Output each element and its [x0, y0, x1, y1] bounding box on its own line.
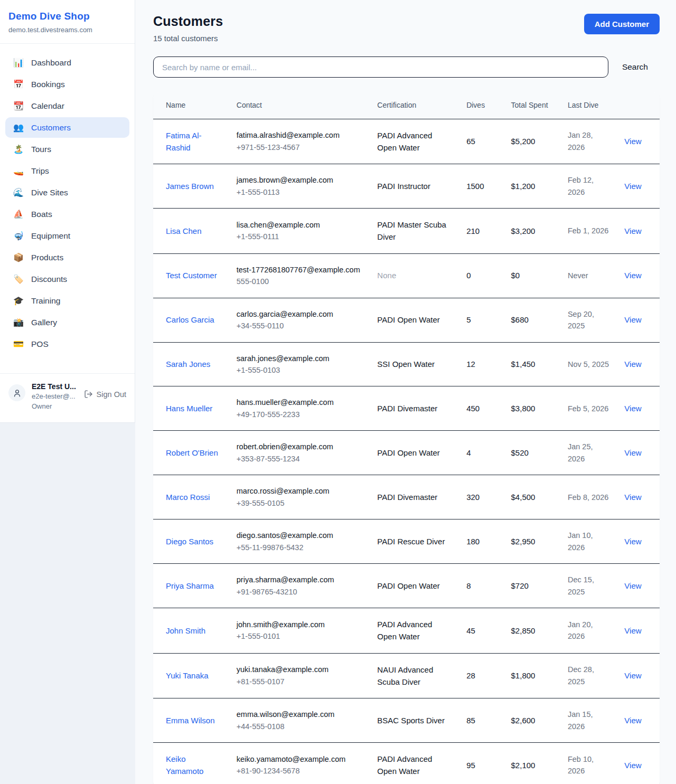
- customer-contact-cell: robert.obrien@example.com +353-87-555-12…: [230, 431, 371, 475]
- customer-name-link[interactable]: Keiko Yamamoto: [166, 754, 203, 776]
- customer-total-spent: $2,950: [505, 519, 561, 564]
- customer-email: marco.rossi@example.com: [237, 485, 365, 497]
- sidebar-item-label: Calendar: [31, 101, 64, 111]
- customer-dives: 45: [460, 608, 504, 654]
- table-row: Robert O'Brien robert.obrien@example.com…: [153, 431, 660, 475]
- customer-email: robert.obrien@example.com: [237, 441, 365, 452]
- customer-name-link[interactable]: Carlos Garcia: [166, 315, 214, 324]
- customer-dives: 85: [460, 698, 504, 743]
- customers-table: Name Contact Certification Dives Total S…: [153, 92, 660, 784]
- customer-email: emma.wilson@example.com: [237, 709, 365, 720]
- customer-name-link[interactable]: James Brown: [166, 182, 214, 191]
- view-link[interactable]: View: [624, 271, 641, 280]
- shop-title: Demo Dive Shop: [8, 11, 126, 22]
- customer-certification: PADI Divemaster: [371, 475, 460, 519]
- customer-email: diego.santos@example.com: [237, 530, 365, 541]
- view-link[interactable]: View: [624, 448, 641, 457]
- customer-phone: +39-555-0105: [237, 497, 365, 509]
- table-row: Carlos Garcia carlos.garcia@example.com …: [153, 298, 660, 342]
- view-link[interactable]: View: [624, 137, 641, 146]
- sidebar-item-label: Discounts: [31, 275, 67, 284]
- customer-contact-cell: keiko.yamamoto@example.com +81-90-1234-5…: [230, 743, 371, 784]
- view-link[interactable]: View: [624, 226, 641, 235]
- boats-icon: ⛵: [13, 209, 24, 219]
- customer-name-link[interactable]: Sarah Jones: [166, 360, 210, 369]
- customer-name-link[interactable]: John Smith: [166, 626, 205, 635]
- sidebar-item-products[interactable]: 📦 Products: [5, 247, 129, 268]
- sidebar-item-calendar[interactable]: 📆 Calendar: [5, 96, 129, 116]
- customer-name-link[interactable]: Hans Mueller: [166, 404, 212, 413]
- customer-last-dive: Feb 5, 2026: [561, 386, 618, 431]
- sidebar-item-pos[interactable]: 💳 POS: [5, 334, 129, 354]
- search-button[interactable]: Search: [622, 62, 648, 72]
- customer-name-link[interactable]: Fatima Al-Rashid: [166, 131, 202, 152]
- customer-name-link[interactable]: Priya Sharma: [166, 581, 214, 590]
- sidebar-item-tours[interactable]: 🏝️ Tours: [5, 139, 129, 159]
- table-row: Marco Rossi marco.rossi@example.com +39-…: [153, 475, 660, 519]
- customer-name-link[interactable]: Emma Wilson: [166, 716, 215, 725]
- sidebar-item-dashboard[interactable]: 📊 Dashboard: [5, 52, 129, 73]
- customer-phone: +353-87-555-1234: [237, 453, 365, 465]
- bookings-icon: 📅: [13, 79, 24, 89]
- customer-count: 15 total customers: [153, 34, 223, 43]
- customer-last-dive: Never: [561, 253, 618, 298]
- sidebar-item-trips[interactable]: 🚤 Trips: [5, 160, 129, 181]
- column-header-dives: Dives: [460, 92, 504, 119]
- sidebar-item-label: POS: [31, 339, 49, 349]
- customer-dives: 450: [460, 386, 504, 431]
- customer-name-link[interactable]: Robert O'Brien: [166, 448, 218, 457]
- customer-dives: 1500: [460, 164, 504, 209]
- view-link[interactable]: View: [624, 671, 641, 680]
- sidebar-item-boats[interactable]: ⛵ Boats: [5, 204, 129, 224]
- view-link[interactable]: View: [624, 360, 641, 369]
- sidebar-item-gallery[interactable]: 📸 Gallery: [5, 312, 129, 333]
- sidebar-item-bookings[interactable]: 📅 Bookings: [5, 74, 129, 95]
- customer-name-link[interactable]: Marco Rossi: [166, 493, 210, 502]
- add-customer-button[interactable]: Add Customer: [584, 14, 660, 34]
- sidebar-item-training[interactable]: 🎓 Training: [5, 290, 129, 311]
- sidebar-item-label: Training: [31, 296, 60, 306]
- view-link[interactable]: View: [624, 404, 641, 413]
- view-link[interactable]: View: [624, 626, 641, 635]
- customer-total-spent: $1,800: [505, 653, 561, 698]
- sidebar-item-equipment[interactable]: 🤿 Equipment: [5, 225, 129, 246]
- sign-out-button[interactable]: Sign Out: [84, 390, 126, 399]
- table-row: Lisa Chen lisa.chen@example.com +1-555-0…: [153, 209, 660, 254]
- view-link[interactable]: View: [624, 182, 641, 191]
- view-link[interactable]: View: [624, 493, 641, 502]
- view-link[interactable]: View: [624, 761, 641, 770]
- customer-certification: NAUI Advanced Scuba Diver: [371, 653, 460, 698]
- customer-total-spent: $2,100: [505, 743, 561, 784]
- customer-name-link[interactable]: Test Customer: [166, 271, 217, 280]
- customer-last-dive: Jan 25, 2026: [561, 431, 618, 475]
- customer-certification: PADI Instructor: [371, 164, 460, 209]
- customer-certification: PADI Open Water: [371, 298, 460, 342]
- customer-name-link[interactable]: Lisa Chen: [166, 226, 202, 235]
- view-link[interactable]: View: [624, 537, 641, 546]
- sidebar-item-label: Equipment: [31, 231, 70, 241]
- customer-total-spent: $720: [505, 564, 561, 608]
- customer-phone: +1-555-0103: [237, 364, 365, 376]
- customer-contact-cell: fatima.alrashid@example.com +971-55-123-…: [230, 119, 371, 164]
- customer-email: lisa.chen@example.com: [237, 219, 365, 231]
- sidebar-item-label: Gallery: [31, 318, 57, 327]
- view-link[interactable]: View: [624, 581, 641, 590]
- customer-name-link[interactable]: Yuki Tanaka: [166, 671, 209, 680]
- customer-name-link[interactable]: Diego Santos: [166, 537, 213, 546]
- view-link[interactable]: View: [624, 315, 641, 324]
- search-input[interactable]: [153, 56, 608, 78]
- column-header-name: Name: [153, 92, 230, 119]
- customer-email: hans.mueller@example.com: [237, 396, 365, 408]
- view-link[interactable]: View: [624, 716, 641, 725]
- sidebar-item-customers[interactable]: 👥 Customers: [5, 117, 129, 138]
- sidebar-item-discounts[interactable]: 🏷️ Discounts: [5, 269, 129, 289]
- table-row: Hans Mueller hans.mueller@example.com +4…: [153, 386, 660, 431]
- customer-dives: 320: [460, 475, 504, 519]
- sidebar-header: Demo Dive Shop demo.test.divestreams.com: [0, 0, 135, 44]
- table-row: James Brown james.brown@example.com +1-5…: [153, 164, 660, 209]
- customer-phone: +1-555-0101: [237, 630, 365, 642]
- user-email: e2e-tester@...: [32, 392, 78, 402]
- table-row: Priya Sharma priya.sharma@example.com +9…: [153, 564, 660, 608]
- table-row: Diego Santos diego.santos@example.com +5…: [153, 519, 660, 564]
- sidebar-item-dive-sites[interactable]: 🌊 Dive Sites: [5, 182, 129, 203]
